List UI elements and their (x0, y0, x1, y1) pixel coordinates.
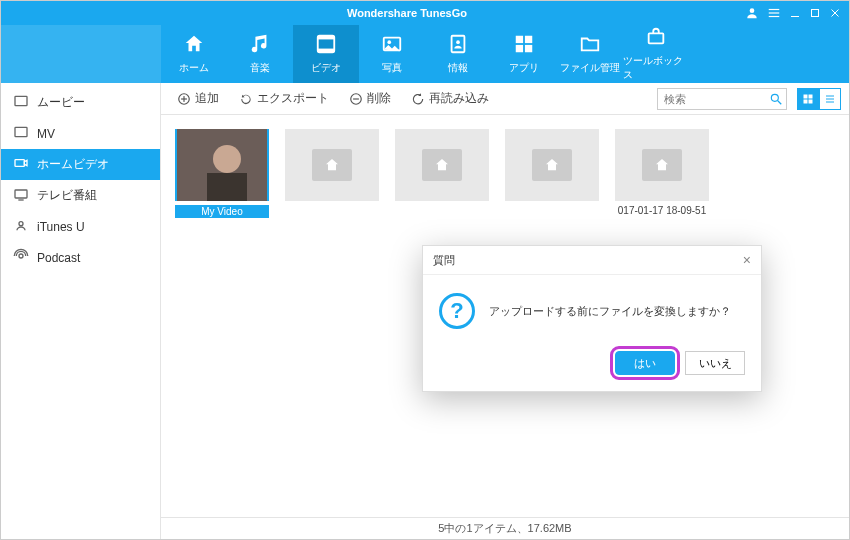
apps-icon (513, 33, 535, 57)
video-thumb[interactable] (505, 129, 599, 205)
video-icon (315, 33, 337, 57)
svg-rect-37 (809, 99, 813, 103)
movie-icon (13, 93, 29, 112)
svg-rect-15 (516, 36, 523, 43)
sidebar-item-itunesu[interactable]: iTunes U (1, 211, 160, 242)
svg-rect-10 (318, 49, 335, 53)
video-placeholder-icon (532, 149, 572, 181)
thumb-caption: 017-01-17 18-09-51 (615, 205, 709, 216)
video-thumb[interactable]: 017-01-17 18-09-51 (615, 129, 709, 216)
svg-rect-22 (15, 160, 24, 167)
homevideo-icon (13, 155, 29, 174)
maximize-button[interactable] (809, 7, 821, 19)
thumb-frame (615, 129, 709, 201)
sidebar-item-label: テレビ番組 (37, 187, 97, 204)
dialog-no-button[interactable]: いいえ (685, 351, 745, 375)
svg-rect-4 (791, 16, 799, 17)
podcast-icon (13, 248, 29, 267)
nav-label: アプリ (509, 61, 539, 75)
music-icon (249, 33, 271, 57)
add-button[interactable]: 追加 (169, 87, 227, 110)
svg-rect-3 (769, 16, 780, 17)
thumb-frame (285, 129, 379, 201)
add-label: 追加 (195, 90, 219, 107)
reload-button[interactable]: 再読み込み (403, 87, 497, 110)
sidebar-item-mv[interactable]: MV (1, 118, 160, 149)
svg-rect-19 (649, 33, 664, 43)
app-window: Wondershare TunesGo ホーム音楽ビデオ写真情報アプリファイル管… (0, 0, 850, 540)
sidebar-item-movie[interactable]: ムービー (1, 87, 160, 118)
navbar: ホーム音楽ビデオ写真情報アプリファイル管理ツールボックス (1, 25, 849, 83)
status-text: 5中の1アイテム、17.62MB (438, 521, 571, 536)
svg-rect-5 (812, 10, 819, 17)
nav-folder[interactable]: ファイル管理 (557, 25, 623, 83)
svg-rect-16 (525, 36, 532, 43)
sidebar-item-podcast[interactable]: Podcast (1, 242, 160, 273)
nav-label: 音楽 (250, 61, 270, 75)
svg-rect-2 (769, 12, 780, 13)
svg-rect-43 (207, 173, 247, 201)
nav-music[interactable]: 音楽 (227, 25, 293, 83)
nav-photo[interactable]: 写真 (359, 25, 425, 83)
photo-icon (381, 33, 403, 57)
user-icon[interactable] (745, 6, 759, 20)
video-thumb[interactable] (395, 129, 489, 205)
nav-label: 写真 (382, 61, 402, 75)
dialog-close-icon[interactable]: × (743, 252, 751, 268)
menu-icon[interactable] (767, 6, 781, 20)
export-label: エクスポート (257, 90, 329, 107)
dialog-yes-button[interactable]: はい (615, 351, 675, 375)
sidebar-item-label: iTunes U (37, 220, 85, 234)
svg-rect-31 (353, 98, 359, 99)
svg-rect-21 (15, 127, 27, 136)
video-thumb[interactable] (285, 129, 379, 205)
svg-point-26 (19, 254, 23, 258)
grid-view-button[interactable] (797, 88, 819, 110)
svg-rect-20 (15, 96, 27, 105)
svg-point-14 (456, 40, 460, 44)
sidebar-item-tv[interactable]: テレビ番組 (1, 180, 160, 211)
svg-point-25 (19, 222, 23, 226)
itunesu-icon (13, 217, 29, 236)
svg-line-33 (778, 100, 782, 104)
search-input[interactable] (657, 88, 787, 110)
svg-rect-23 (15, 190, 27, 198)
nav-toolbox[interactable]: ツールボックス (623, 25, 689, 83)
sidebar-item-label: ムービー (37, 94, 85, 111)
confirm-dialog: 質問 × ? アップロードする前にファイルを変換しますか？ はい いいえ (422, 245, 762, 392)
mv-icon (13, 124, 29, 143)
nav-video[interactable]: ビデオ (293, 25, 359, 83)
close-button[interactable] (829, 7, 841, 19)
search-icon[interactable] (769, 92, 783, 106)
delete-button[interactable]: 削除 (341, 87, 399, 110)
reload-label: 再読み込み (429, 90, 489, 107)
svg-rect-1 (769, 9, 780, 10)
folder-icon (579, 33, 601, 57)
sidebar: ムービーMVホームビデオテレビ番組iTunes UPodcast (1, 83, 161, 539)
minimize-button[interactable] (789, 7, 801, 19)
list-view-button[interactable] (819, 88, 841, 110)
toolbar: 追加 エクスポート 削除 再読み込み (161, 83, 849, 115)
nav-apps[interactable]: アプリ (491, 25, 557, 83)
tv-icon (13, 186, 29, 205)
svg-rect-29 (181, 98, 187, 99)
export-button[interactable]: エクスポート (231, 87, 337, 110)
content-grid: My Video017-01-17 18-09-51 質問 × ? アップロード… (161, 115, 849, 517)
video-placeholder-icon (642, 149, 682, 181)
svg-point-0 (750, 8, 755, 13)
toolbox-icon (645, 26, 667, 50)
svg-rect-36 (804, 99, 808, 103)
main-panel: 追加 エクスポート 削除 再読み込み (161, 83, 849, 539)
nav-contacts[interactable]: 情報 (425, 25, 491, 83)
nav-label: ツールボックス (623, 54, 689, 82)
nav-label: ホーム (179, 61, 209, 75)
nav-label: ファイル管理 (560, 61, 620, 75)
delete-label: 削除 (367, 90, 391, 107)
video-thumb[interactable]: My Video (175, 129, 269, 218)
nav-home[interactable]: ホーム (161, 25, 227, 83)
thumb-caption: My Video (175, 205, 269, 218)
svg-point-32 (771, 94, 778, 101)
status-bar: 5中の1アイテム、17.62MB (161, 517, 849, 539)
sidebar-item-homevideo[interactable]: ホームビデオ (1, 149, 160, 180)
video-placeholder-icon (422, 149, 462, 181)
